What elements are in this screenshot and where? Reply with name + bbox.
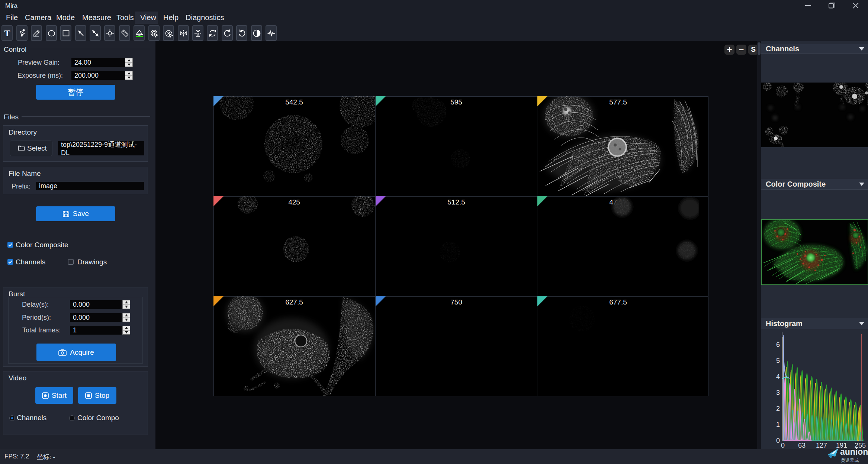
svg-text:4: 4 xyxy=(776,373,780,380)
svg-text:6: 6 xyxy=(776,341,780,348)
svg-text:1: 1 xyxy=(776,421,780,428)
svg-text:aunion: aunion xyxy=(840,447,868,457)
svg-text:2: 2 xyxy=(776,405,780,412)
svg-text:T: T xyxy=(4,29,10,38)
svg-text:5: 5 xyxy=(776,357,780,364)
svg-text:0: 0 xyxy=(781,442,785,449)
svg-text:3: 3 xyxy=(776,389,780,396)
svg-text:0: 0 xyxy=(776,437,780,444)
svg-text:63: 63 xyxy=(798,442,806,449)
svg-text:奥谱天成: 奥谱天成 xyxy=(841,458,859,463)
